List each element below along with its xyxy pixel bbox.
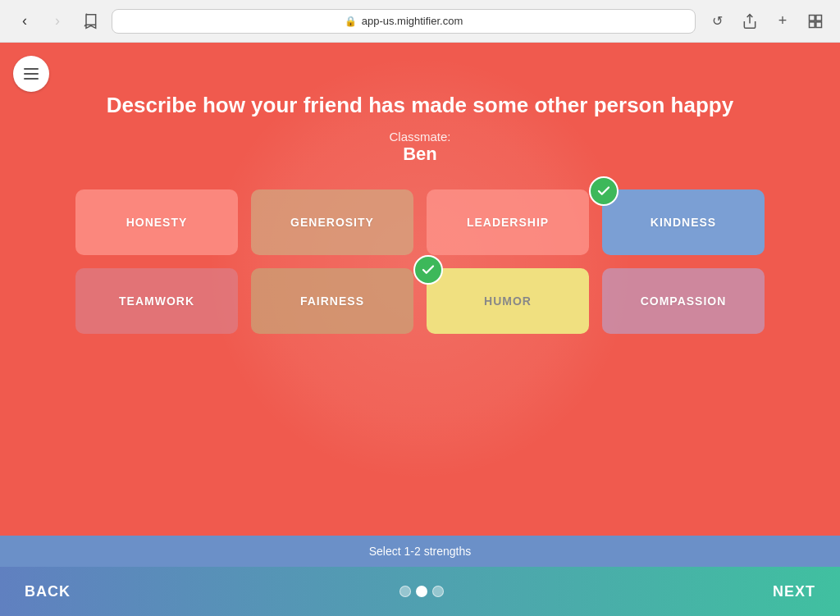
card-generosity-label: GENEROSITY (290, 216, 374, 229)
classmate-name: Ben (107, 144, 733, 165)
bottom-hint-bar: Select 1-2 strengths (0, 536, 840, 567)
card-compassion-label: COMPASSION (641, 294, 727, 308)
tabs-btn[interactable] (804, 10, 827, 33)
address-bar[interactable]: 🔒 app-us.mightifier.com (112, 9, 696, 34)
dot-3 (432, 586, 444, 597)
card-fairness-label: FAIRNESS (300, 294, 364, 308)
svg-rect-4 (816, 21, 822, 27)
card-humor[interactable]: HUMOR (427, 268, 589, 334)
next-button[interactable]: NEXT (773, 583, 815, 600)
back-button[interactable]: BACK (25, 583, 71, 600)
lock-icon: 🔒 (345, 16, 357, 27)
add-tab-btn[interactable]: + (771, 10, 794, 33)
svg-rect-3 (810, 21, 815, 27)
svg-rect-2 (816, 15, 822, 21)
card-kindness[interactable]: KINDNESS (602, 189, 765, 255)
main-question: Describe how your friend has made some o… (107, 92, 733, 120)
hamburger-icon (24, 68, 39, 80)
card-compassion[interactable]: COMPASSION (602, 268, 765, 334)
bookmarks-btn[interactable] (79, 10, 102, 33)
pagination-dots (399, 586, 444, 597)
content-area: Describe how your friend has made some o… (0, 43, 840, 536)
card-teamwork[interactable]: TEAMWORK (75, 268, 238, 334)
header-section: Describe how your friend has made some o… (74, 92, 766, 165)
hint-text: Select 1-2 strengths (369, 545, 472, 558)
card-fairness[interactable]: FAIRNESS (251, 268, 413, 334)
card-leadership-label: LEADERSHIP (467, 216, 549, 229)
dot-1 (399, 586, 411, 597)
back-nav-btn[interactable]: ‹ (13, 10, 36, 33)
card-honesty[interactable]: HONESTY (75, 189, 238, 255)
card-honesty-label: HONESTY (126, 216, 188, 229)
browser-chrome: ‹ › 🔒 app-us.mightifier.com ↺ + (0, 0, 840, 43)
hamburger-menu-btn[interactable] (13, 56, 49, 92)
nav-bar: BACK NEXT (0, 567, 840, 616)
card-leadership[interactable]: LEADERSHIP (427, 189, 589, 255)
svg-rect-1 (810, 15, 815, 21)
app-container: Describe how your friend has made some o… (0, 43, 840, 616)
humor-check-badge (413, 255, 443, 285)
share-btn[interactable] (738, 10, 761, 33)
url-text: app-us.mightifier.com (362, 15, 463, 27)
reload-btn[interactable]: ↺ (705, 10, 728, 33)
card-teamwork-label: TEAMWORK (119, 294, 194, 308)
classmate-label: Classmate: (107, 130, 733, 144)
dot-2 (416, 586, 427, 597)
card-humor-label: HUMOR (484, 294, 532, 308)
kindness-check-badge (589, 176, 619, 206)
card-generosity[interactable]: GENEROSITY (251, 189, 413, 255)
forward-nav-btn[interactable]: › (46, 10, 69, 33)
card-kindness-label: KINDNESS (651, 216, 716, 229)
cards-grid: HONESTY GENEROSITY LEADERSHIP KINDNESS (26, 165, 814, 358)
